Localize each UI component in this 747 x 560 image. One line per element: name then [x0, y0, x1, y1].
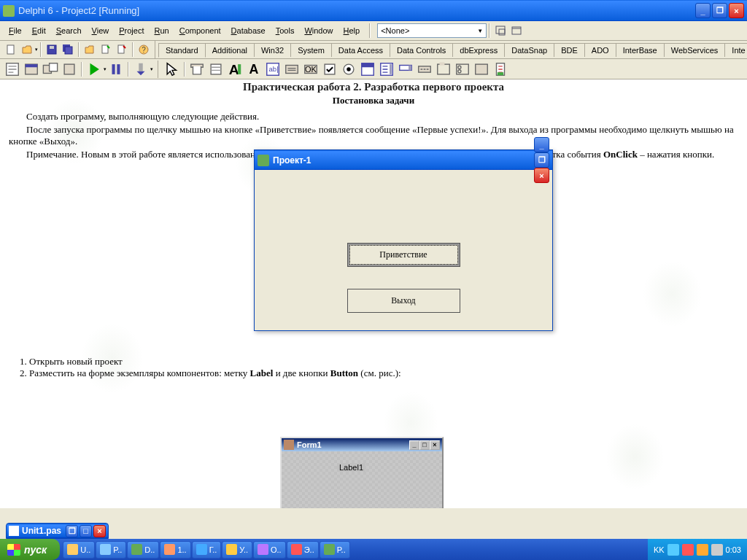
toolbar-icon[interactable] — [509, 23, 524, 38]
run-icon[interactable] — [85, 61, 103, 78]
pointer-icon[interactable] — [163, 61, 181, 78]
checkbox-icon[interactable]: OK — [302, 61, 320, 78]
toggle-form-unit-icon[interactable] — [42, 61, 59, 78]
menu-search[interactable]: Search — [51, 25, 87, 36]
menu-database[interactable]: Database — [226, 25, 271, 36]
runapp-maximize[interactable]: ❐ — [534, 152, 549, 168]
toolbar-row2: ▾ ▾ A A ab| OK — [0, 59, 747, 79]
toolbar-icon[interactable] — [493, 23, 508, 38]
clock[interactable]: 0:03 — [726, 545, 741, 554]
groupbox-icon[interactable] — [397, 61, 414, 78]
view-unit-icon[interactable] — [4, 61, 21, 78]
menu-help[interactable]: Help — [338, 25, 365, 36]
trace-into-icon[interactable] — [132, 61, 150, 78]
tray-icon[interactable] — [667, 544, 679, 556]
menu-view[interactable]: View — [87, 25, 115, 36]
runapp-minimize[interactable]: _ — [534, 137, 549, 152]
unit-icon — [9, 526, 19, 536]
popupmenu-icon[interactable] — [207, 61, 225, 78]
task-item[interactable]: D.. — [127, 541, 159, 559]
unit-tab[interactable]: Unit1.pas ❐ □ × — [6, 523, 109, 539]
radiogroup-icon[interactable] — [416, 61, 433, 78]
save-icon[interactable] — [44, 42, 59, 57]
task-item[interactable]: 1.. — [160, 541, 190, 559]
maximize-button[interactable]: ❐ — [712, 3, 727, 18]
tab-system[interactable]: System — [290, 43, 332, 57]
menu-run[interactable]: Run — [150, 25, 174, 36]
combobox-icon[interactable] — [359, 61, 376, 78]
view-form-icon[interactable] — [23, 61, 40, 78]
add-file-icon[interactable] — [98, 42, 113, 57]
button-icon[interactable] — [283, 61, 301, 78]
task-item[interactable]: У.. — [222, 541, 252, 559]
unit-restore[interactable]: ❐ — [66, 525, 78, 537]
menu-edit[interactable]: Edit — [27, 25, 51, 36]
open-icon[interactable] — [20, 42, 34, 57]
task-item[interactable]: О.. — [253, 541, 286, 559]
scrollbar-icon[interactable] — [378, 61, 395, 78]
new-form-icon[interactable] — [61, 61, 78, 78]
help-icon[interactable]: ? — [136, 42, 151, 57]
runapp-close[interactable]: × — [534, 168, 549, 183]
label-icon[interactable]: A — [226, 61, 244, 78]
actionlist-icon[interactable] — [454, 61, 471, 78]
tray-icon[interactable] — [697, 544, 708, 556]
tray-icon[interactable] — [711, 544, 723, 556]
form1-label[interactable]: Label1 — [337, 463, 365, 472]
menu-window[interactable]: Window — [299, 25, 338, 36]
svg-point-33 — [347, 67, 351, 71]
task-item[interactable]: Э.. — [287, 541, 319, 559]
radiobutton-icon[interactable] — [321, 61, 338, 78]
form1-close[interactable]: × — [430, 440, 440, 450]
tab-webservices[interactable]: WebServices — [664, 43, 726, 57]
edit-icon[interactable]: A — [245, 61, 263, 78]
tray-icon[interactable] — [682, 544, 694, 556]
panel-icon[interactable] — [435, 61, 452, 78]
remove-file-icon[interactable] — [115, 42, 129, 57]
task-item[interactable]: U.. — [63, 541, 95, 559]
tab-standard[interactable]: Standard — [158, 43, 206, 58]
open-project-icon[interactable] — [82, 42, 97, 57]
close-button[interactable]: × — [729, 3, 744, 18]
task-item[interactable]: Г.. — [192, 541, 222, 559]
form1-maximize[interactable]: □ — [419, 440, 430, 450]
frames-icon[interactable] — [473, 61, 490, 78]
new-icon[interactable] — [4, 42, 18, 57]
menu-file[interactable]: File — [4, 25, 27, 36]
menu-component[interactable]: Component — [174, 25, 226, 36]
mainmenu-icon[interactable] — [188, 61, 206, 78]
tab-data-access[interactable]: Data Access — [331, 43, 390, 57]
unit-close[interactable]: × — [93, 525, 106, 537]
exit-button[interactable]: Выход — [347, 289, 460, 313]
unit-maximize[interactable]: □ — [80, 525, 92, 537]
svg-rect-35 — [362, 63, 374, 67]
minimize-button[interactable]: _ — [695, 3, 711, 18]
menu-tools[interactable]: Tools — [271, 25, 300, 36]
svg-point-44 — [458, 66, 461, 69]
listbox-icon[interactable] — [340, 61, 357, 78]
task-item[interactable]: P.. — [320, 541, 350, 559]
save-all-icon[interactable] — [61, 42, 75, 57]
doc-list: Открыть новый проект Разместить на форме… — [29, 356, 738, 379]
language-indicator[interactable]: KK — [654, 545, 665, 554]
running-app-titlebar[interactable]: Проект-1 _ ❐ × — [255, 150, 552, 170]
tab-dbexpress[interactable]: dbExpress — [452, 43, 505, 57]
tab-data-controls[interactable]: Data Controls — [390, 43, 453, 57]
greeting-button[interactable]: Приветствие — [347, 243, 460, 267]
tab-ado[interactable]: ADO — [584, 43, 616, 57]
pause-icon[interactable] — [107, 61, 125, 78]
tab-more[interactable]: Inte — [724, 43, 747, 57]
menu-project[interactable]: Project — [114, 25, 149, 36]
form1-minimize[interactable]: _ — [409, 440, 419, 450]
component-select[interactable]: <None>▼ — [377, 23, 487, 38]
tab-interbase[interactable]: InterBase — [616, 43, 665, 57]
tab-additional[interactable]: Additional — [205, 43, 255, 57]
tab-datasnap[interactable]: DataSnap — [504, 43, 554, 57]
system-tray: KK 0:03 — [648, 539, 747, 560]
component-icon[interactable] — [492, 61, 509, 78]
start-button[interactable]: пуск — [0, 539, 60, 560]
memo-icon[interactable]: ab| — [264, 61, 282, 78]
tab-win32[interactable]: Win32 — [254, 43, 291, 57]
tab-bde[interactable]: BDE — [554, 43, 585, 57]
task-item[interactable]: P.. — [96, 541, 126, 559]
